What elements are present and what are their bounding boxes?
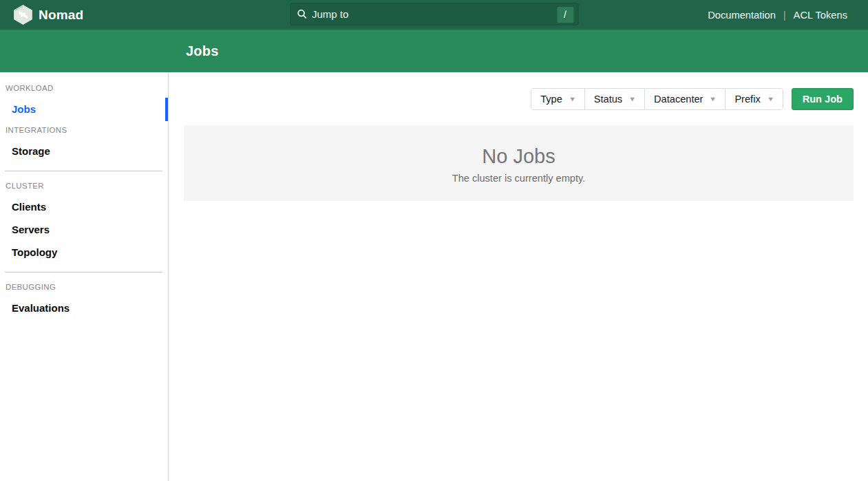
filter-dropdown-status[interactable]: Status▼ (585, 89, 645, 109)
chevron-down-icon: ▼ (767, 96, 774, 103)
empty-state-title: No Jobs (184, 143, 854, 169)
sidebar-item-storage[interactable]: Storage (0, 145, 168, 158)
brand[interactable]: Nomad (14, 5, 83, 25)
jobs-toolbar: Type▼Status▼Datacenter▼Prefix▼ Run Job (184, 88, 854, 110)
empty-state-message: The cluster is currently empty. (184, 171, 854, 186)
sidebar-item-topology[interactable]: Topology (0, 246, 168, 259)
filter-dropdown-prefix[interactable]: Prefix▼ (726, 89, 782, 109)
search-input[interactable] (312, 3, 578, 25)
sidebar-item-clients[interactable]: Clients (0, 201, 168, 213)
filter-label: Prefix (734, 94, 760, 105)
nav-divider: | (783, 10, 786, 21)
filter-dropdown-type[interactable]: Type▼ (531, 89, 585, 109)
sidebar-section-label: INTEGRATIONS (0, 125, 168, 135)
filter-group: Type▼Status▼Datacenter▼Prefix▼ (531, 88, 783, 110)
sidebar-divider (5, 272, 162, 272)
sidebar-item-servers[interactable]: Servers (0, 224, 168, 236)
page-header: Jobs (0, 30, 868, 72)
filter-dropdown-datacenter[interactable]: Datacenter▼ (645, 89, 726, 109)
documentation-link[interactable]: Documentation (708, 10, 776, 21)
run-job-button[interactable]: Run Job (792, 88, 854, 110)
sidebar-divider (5, 171, 162, 171)
empty-state: No Jobs The cluster is currently empty. (184, 125, 854, 201)
brand-name: Nomad (39, 8, 83, 23)
main-content: Type▼Status▼Datacenter▼Prefix▼ Run Job N… (169, 72, 868, 481)
top-navbar: Nomad / Documentation | ACL Tokens (0, 0, 868, 30)
sidebar: WORKLOADJobsINTEGRATIONSStorageCLUSTERCl… (0, 72, 169, 481)
chevron-down-icon: ▼ (569, 96, 576, 103)
filter-label: Type (540, 94, 562, 105)
jump-to-search[interactable]: / (290, 3, 578, 25)
page-title: Jobs (186, 43, 218, 59)
sidebar-item-evaluations[interactable]: Evaluations (0, 302, 168, 314)
search-shortcut-badge: / (557, 7, 573, 23)
filter-label: Datacenter (654, 94, 703, 105)
sidebar-section-label: WORKLOAD (0, 83, 168, 93)
sidebar-section-label: DEBUGGING (0, 282, 168, 292)
chevron-down-icon: ▼ (628, 96, 636, 103)
acl-tokens-link[interactable]: ACL Tokens (794, 10, 847, 21)
chevron-down-icon: ▼ (709, 96, 717, 103)
sidebar-item-jobs[interactable]: Jobs (0, 103, 168, 116)
search-icon (297, 9, 307, 19)
sidebar-section-label: CLUSTER (0, 181, 168, 191)
filter-label: Status (594, 94, 622, 105)
nomad-logo-icon (14, 5, 32, 25)
navbar-links: Documentation | ACL Tokens (708, 0, 847, 30)
